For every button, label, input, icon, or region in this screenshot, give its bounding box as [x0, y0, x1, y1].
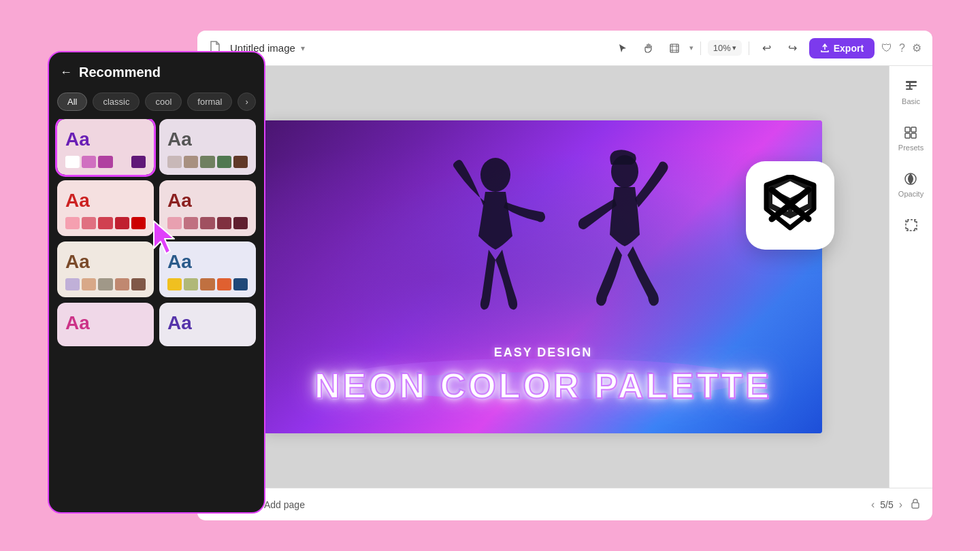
filter-chip-all[interactable]: All [57, 93, 87, 111]
palette-aa-6: Aa [167, 251, 248, 273]
filter-chip-cool[interactable]: cool [145, 93, 182, 111]
canvas-image: EASY DESIGN NEON COLOR PALETTE [264, 120, 822, 433]
palette-swatches-2 [167, 156, 248, 168]
palette-card-6[interactable]: Aa [159, 241, 256, 297]
toolbar: Untitled image ▾ [197, 31, 932, 66]
export-button[interactable]: Export [809, 38, 875, 59]
palette-grid: Aa Aa [49, 119, 264, 346]
back-button[interactable]: ← [60, 65, 72, 80]
page-indicator: 5/5 [880, 499, 893, 510]
basic-panel-item[interactable]: Basic [898, 74, 924, 110]
easy-design-text: EASY DESIGN [264, 346, 822, 360]
svg-rect-13 [911, 133, 916, 138]
palette-aa-3: Aa [65, 190, 146, 212]
palette-card-1[interactable]: Aa [57, 119, 154, 175]
help-icon[interactable]: ? [899, 42, 905, 54]
svg-rect-0 [670, 44, 679, 52]
bottom-toolbar: Add page ‹ 5/5 › [197, 488, 932, 520]
palette-card-7[interactable]: Aa [57, 303, 154, 346]
svg-rect-11 [911, 127, 916, 132]
settings-icon[interactable]: ⚙ [912, 41, 921, 54]
svg-rect-10 [905, 127, 910, 132]
panel-title: Recommend [79, 65, 161, 80]
panel-header: ← Recommend [49, 52, 264, 90]
filter-chip-classic[interactable]: classic [93, 93, 140, 111]
palette-aa-2: Aa [167, 129, 248, 150]
neon-title-text: NEON COLOR PALETTE [264, 365, 822, 406]
right-properties-panel: Basic Presets [889, 66, 932, 488]
palette-swatches-5 [65, 278, 146, 290]
opacity-label: Opacity [898, 190, 924, 198]
palette-swatches-4 [167, 217, 248, 229]
svg-rect-8 [906, 85, 917, 86]
capcut-logo-icon [760, 175, 821, 236]
palette-card-5[interactable]: Aa [57, 241, 154, 297]
svg-rect-12 [905, 133, 910, 138]
editor-area: Untitled image ▾ [197, 31, 932, 520]
frame-tool-button[interactable] [664, 37, 685, 59]
lock-icon[interactable] [909, 497, 921, 512]
filter-chip-formal[interactable]: formal [187, 93, 232, 111]
zoom-value: 10% [713, 43, 731, 53]
palette-swatches-6 [167, 278, 248, 290]
palette-card-2[interactable]: Aa [159, 119, 256, 175]
palette-swatches-3 [65, 217, 146, 229]
capcut-logo-card [746, 161, 834, 250]
hand-tool-button[interactable] [638, 37, 659, 59]
prev-page-button[interactable]: ‹ [871, 499, 875, 511]
presets-icon [902, 124, 919, 141]
shield-icon[interactable]: 🛡 [881, 42, 892, 54]
filter-more-button[interactable]: › [238, 93, 255, 111]
filter-row: All classic cool formal › [49, 90, 264, 119]
presets-panel-item[interactable]: Presets [894, 120, 928, 156]
title-chevron-icon[interactable]: ▾ [301, 44, 305, 53]
palette-aa-8: Aa [167, 312, 248, 334]
svg-rect-7 [906, 81, 917, 83]
opacity-icon [902, 171, 919, 187]
add-page-label: Add page [264, 499, 305, 510]
presets-label: Presets [898, 144, 924, 152]
palette-card-4[interactable]: Aa [159, 180, 256, 236]
text-basic-icon [903, 78, 919, 95]
page-navigator: ‹ 5/5 › [871, 499, 902, 511]
crop-panel-item[interactable] [899, 213, 924, 237]
palette-card-3[interactable]: Aa [57, 180, 154, 236]
svg-rect-20 [912, 503, 919, 508]
canvas-wrapper: EASY DESIGN NEON COLOR PALETTE [264, 120, 822, 433]
next-page-button[interactable]: › [899, 499, 902, 511]
recommend-panel: ← Recommend All classic cool formal › Aa [48, 51, 265, 514]
palette-card-8[interactable]: Aa [159, 303, 256, 346]
palette-swatches-1 [65, 156, 146, 168]
palette-aa-7: Aa [65, 312, 146, 334]
basic-label: Basic [902, 97, 920, 105]
redo-button[interactable]: ↪ [782, 37, 804, 59]
select-tool-button[interactable] [612, 37, 634, 59]
canvas-area[interactable]: EASY DESIGN NEON COLOR PALETTE [197, 66, 889, 488]
frame-chevron-icon[interactable]: ▾ [689, 44, 693, 52]
palette-aa-4: Aa [167, 190, 248, 212]
palette-aa-5: Aa [65, 251, 146, 273]
zoom-chevron-icon: ▾ [732, 44, 736, 52]
palette-aa-1: Aa [65, 129, 146, 150]
undo-button[interactable]: ↩ [756, 37, 778, 59]
crop-icon [903, 217, 919, 233]
opacity-panel-item[interactable]: Opacity [894, 167, 928, 202]
canvas-text-container: EASY DESIGN NEON COLOR PALETTE [264, 346, 822, 406]
zoom-control[interactable]: 10% ▾ [708, 40, 742, 56]
